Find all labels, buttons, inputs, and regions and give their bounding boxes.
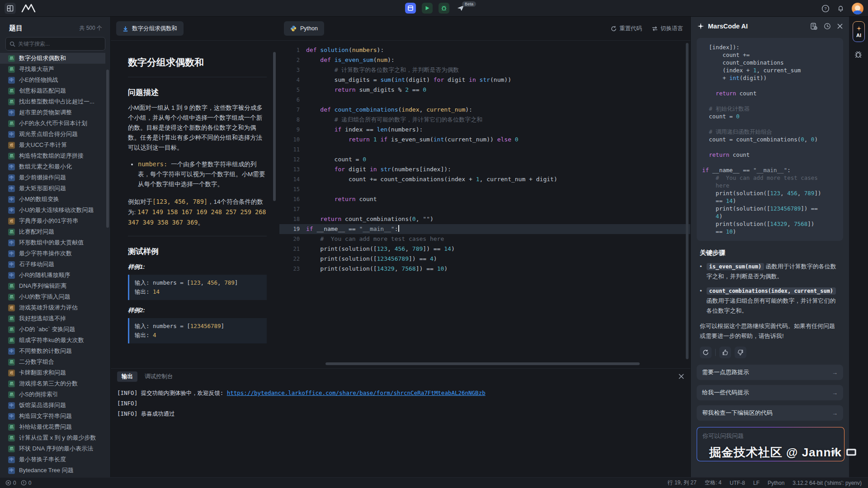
status-item[interactable]: LF	[753, 480, 760, 486]
regenerate-button[interactable]	[700, 347, 712, 358]
problem-list-item[interactable]: 易我好想逃却逃不掉	[0, 313, 105, 324]
problem-list-item[interactable]: 难最大UCC子串计算	[0, 140, 105, 150]
code-line[interactable]: 4 sum_digits = sum(int(digit) for digit …	[279, 75, 690, 85]
sidebar-scrollbar[interactable]	[106, 70, 109, 228]
user-avatar[interactable]	[852, 3, 863, 14]
problem-list-item[interactable]: 中最小替换子串长度	[0, 454, 105, 465]
insert-code-icon[interactable]	[810, 23, 817, 30]
problem-list-item[interactable]: 中环形数组中的最大贡献值	[0, 237, 105, 248]
problem-list-item[interactable]: 中小M的数组变换	[0, 194, 105, 205]
code-line[interactable]: 21 print(solution([123, 456, 789]) == 14…	[279, 244, 690, 254]
problem-list-item[interactable]: 易游戏排名第三大的分数	[0, 378, 105, 389]
status-item[interactable]: UTF-8	[730, 480, 745, 486]
problem-list-item[interactable]: 易DNA序列编辑距离	[0, 281, 105, 291]
ai-assistant-badge[interactable]: AI	[853, 21, 865, 42]
problem-list-item[interactable]: 中最大矩形面积问题	[0, 183, 105, 194]
code-line[interactable]: 19if __name__ == "__main__":	[279, 224, 690, 234]
problem-list-item[interactable]: 易小U的数字插入问题	[0, 291, 105, 302]
problem-list-item[interactable]: 中最少字符串操作次数	[0, 248, 105, 259]
problem-list-item[interactable]: 易二分数字组合	[0, 357, 105, 367]
code-line[interactable]: 9 if index == len(numbers):	[279, 125, 690, 135]
problem-list-item[interactable]: 中小E的怪物挑战	[0, 75, 105, 85]
warning-counter[interactable]: 0	[21, 480, 32, 486]
ai-question-input[interactable]	[697, 427, 844, 461]
problem-list-item[interactable]: 易组成字符串ku的最大次数	[0, 335, 105, 346]
problem-list-item[interactable]: 易比赛配对问题	[0, 226, 105, 237]
send-icon[interactable]	[829, 447, 838, 456]
problem-tab[interactable]: 数字分组求偶数和	[116, 21, 184, 36]
problem-list-item[interactable]: 易找出整型数组中占比超过一...	[0, 96, 105, 107]
app-launcher-button[interactable]	[5, 3, 16, 14]
tab-output[interactable]: 输出	[117, 371, 137, 382]
problem-list-item[interactable]: 易计算从位置 x 到 y 的最少步数	[0, 432, 105, 443]
panel-layout-icon[interactable]	[405, 3, 416, 14]
feedback-link[interactable]: https://bytedance.larkoffice.com/share/b…	[227, 389, 486, 396]
code-line[interactable]: 17	[279, 204, 690, 214]
problem-list-item[interactable]: 中小R的随机播放顺序	[0, 270, 105, 281]
problem-list-item[interactable]: 中饭馆菜品选择问题	[0, 400, 105, 411]
status-item[interactable]: 空格: 4	[705, 479, 722, 487]
code-line[interactable]: 8 # 递归组合所有可能的数字，并计算它们的各位数字之和	[279, 115, 690, 125]
problem-list-item[interactable]: 易小D的 `abc` 变换问题	[0, 324, 105, 335]
ai-input-box[interactable]	[697, 427, 844, 461]
problem-scrollbar[interactable]	[273, 52, 276, 201]
thumbs-down-icon[interactable]	[735, 347, 746, 358]
code-area[interactable]: 1def solution(numbers):2 def is_even_sum…	[279, 41, 690, 274]
suggestion-button[interactable]: 需要一点思路提示→	[697, 365, 843, 380]
problem-list-item[interactable]: 易创意标题匹配问题	[0, 85, 105, 96]
ai-close-icon[interactable]	[837, 23, 843, 29]
code-line[interactable]: 3 # 计算数字的各位数字之和，并判断是否为偶数	[279, 65, 690, 75]
problem-list-item[interactable]: 难卡牌翻面求和问题	[0, 367, 105, 378]
problem-list-item[interactable]: 易补给站最优花费问题	[0, 422, 105, 432]
problem-list-item[interactable]: 中不同整数的计数问题	[0, 346, 105, 357]
problem-list-item[interactable]: 中数组元素之和最小化	[0, 161, 105, 172]
suggestion-button[interactable]: 帮我检查一下编辑区的代码→	[697, 405, 843, 421]
problem-list-item[interactable]: 中石子移动问题	[0, 259, 105, 270]
problem-list-item[interactable]: 中Bytedance Tree 问题	[0, 465, 105, 476]
problem-list-item[interactable]: 中观光景点组合得分问题	[0, 129, 105, 140]
problem-list-item[interactable]: 难游戏英雄升级潜力评估	[0, 302, 105, 313]
code-line[interactable]: 6	[279, 95, 690, 105]
code-line[interactable]: 13 for digit in str(numbers[index]):	[279, 164, 690, 174]
reset-code-button[interactable]: 重置代码	[611, 25, 642, 33]
status-item[interactable]: Python	[768, 480, 784, 486]
problem-list-item[interactable]: 易小S的倒排索引	[0, 389, 105, 400]
code-line[interactable]: 12 count = 0	[279, 155, 690, 164]
help-icon[interactable]: ?	[821, 5, 830, 13]
problem-list-item[interactable]: 易小F的永久代币卡回本计划	[0, 118, 105, 129]
debug-icon[interactable]	[439, 3, 449, 14]
code-line[interactable]: 11	[279, 145, 690, 155]
bug-report-icon[interactable]	[854, 50, 863, 59]
language-tab[interactable]: Python	[284, 21, 324, 36]
code-line[interactable]: 16 return count	[279, 194, 690, 204]
problem-list-item[interactable]: 难字典序最小的01字符串	[0, 216, 105, 226]
problem-list-item[interactable]: 中超市里的货物架调整	[0, 107, 105, 118]
problem-list-item[interactable]: 易寻找最大葫芦	[0, 64, 105, 75]
code-line[interactable]: 7 def count_combinations(index, current_…	[279, 105, 690, 115]
code-line[interactable]: 20 # You can add more test cases here	[279, 234, 690, 244]
search-box[interactable]	[5, 37, 105, 51]
code-line[interactable]: 14 count += count_combinations(index + 1…	[279, 174, 690, 184]
status-item[interactable]: 行 19, 列 27	[668, 479, 697, 487]
problem-list-item[interactable]: 中小U的最大连续移动次数问题	[0, 205, 105, 216]
code-line[interactable]: 22 print(solution([123456789]) == 4)	[279, 254, 690, 264]
code-line[interactable]: 23 print(solution([14329, 7568]) == 10)	[279, 264, 690, 274]
suggestion-button[interactable]: 给我一些代码提示→	[697, 385, 843, 400]
problem-list-item[interactable]: 易构造特定数组的逆序拼接	[0, 150, 105, 161]
code-line[interactable]: 15	[279, 184, 690, 194]
history-icon[interactable]	[824, 23, 831, 30]
code-line[interactable]: 1def solution(numbers):	[279, 45, 690, 55]
code-line[interactable]: 2 def is_even_sum(num):	[279, 55, 690, 65]
notifications-bell-icon[interactable]	[837, 5, 844, 12]
switch-language-button[interactable]: 切换语言	[652, 25, 683, 33]
code-line[interactable]: 5 return sum_digits % 2 == 0	[279, 85, 690, 95]
thumbs-up-icon[interactable]	[719, 347, 731, 358]
problem-list-item[interactable]: 中构造回文字符串问题	[0, 411, 105, 422]
code-line[interactable]: 10 return 1 if is_even_sum(int(current_n…	[279, 135, 690, 145]
problem-list-item[interactable]: 易环状 DNA 序列的最小表示法	[0, 443, 105, 454]
editor-hscrollbar[interactable]	[326, 362, 640, 365]
search-input[interactable]	[18, 41, 101, 47]
editor-vscrollbar[interactable]	[686, 43, 689, 359]
console-close-icon[interactable]	[679, 374, 684, 379]
run-icon[interactable]	[422, 3, 433, 14]
